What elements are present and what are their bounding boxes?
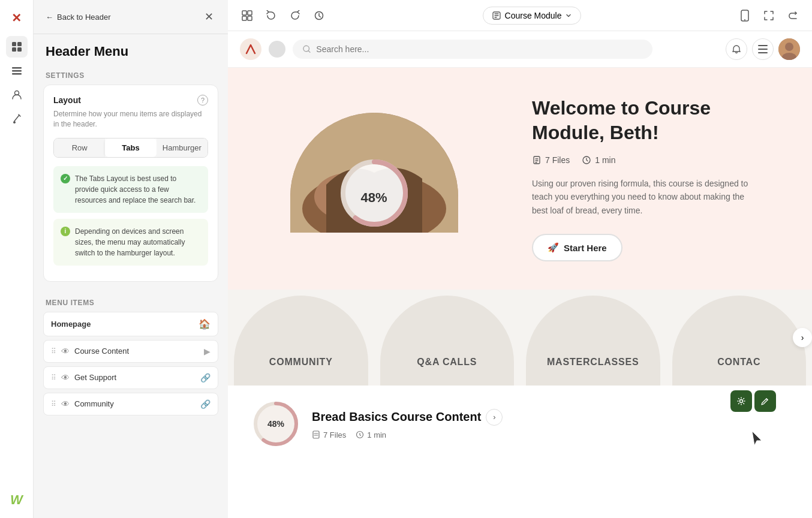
mobile-preview-icon[interactable]	[735, 6, 754, 25]
tile-arch-qa	[380, 296, 515, 386]
menu-item-homepage-label: Homepage	[51, 320, 194, 329]
tip-responsive-box: i Depending on devices and screen sizes,…	[53, 219, 208, 266]
tiles-next-arrow[interactable]: ›	[793, 328, 812, 347]
svg-rect-3	[17, 47, 22, 52]
tile-qa-label: Q&A CALLS	[417, 357, 477, 368]
course-module-badge[interactable]: Course Module	[483, 7, 582, 25]
tile-community[interactable]: COMMUNITY	[228, 296, 374, 386]
brand-icon: ✕	[6, 7, 28, 29]
layout-options-group: Row Tabs Hamburger	[53, 138, 208, 158]
tile-arch-contact	[672, 296, 807, 386]
start-btn-label: Start Here	[564, 243, 607, 253]
hero-meta: 7 Files 1 min	[532, 155, 776, 165]
progress-circle: 48%	[338, 157, 410, 229]
edit-float-button[interactable]	[754, 390, 776, 412]
menu-item-get-support[interactable]: ⠿ 👁 Get Support 🔗	[43, 366, 218, 389]
hero-image-container: 48%	[290, 113, 458, 245]
svg-point-15	[744, 19, 745, 20]
toolbar-left	[237, 6, 329, 25]
back-to-header-link[interactable]: ← Back to Header	[46, 13, 111, 22]
mini-progress-text: 48%	[267, 419, 284, 429]
svg-rect-36	[313, 431, 319, 438]
menu-item-homepage[interactable]: Homepage 🏠	[43, 312, 218, 336]
svg-rect-2	[12, 47, 16, 52]
svg-point-32	[740, 400, 743, 403]
hero-files-count: 7 Files	[545, 155, 570, 165]
hero-left: 48%	[228, 68, 520, 290]
nav-icons-right	[726, 38, 800, 60]
redo-button[interactable]	[285, 6, 305, 25]
settings-float-button[interactable]	[730, 390, 752, 412]
rocket-icon: 🚀	[548, 242, 559, 253]
link-icon-get-support: 🔗	[200, 373, 210, 383]
menu-tiles-section: COMMUNITY Q&A CALLS MASTERCLASSES CONTAC…	[228, 290, 812, 386]
tile-arch-masterclasses	[526, 296, 660, 386]
tip-responsive-text: Depending on devices and screen sizes, t…	[75, 226, 201, 258]
search-input[interactable]	[316, 44, 643, 54]
nav-status-dot[interactable]	[269, 41, 285, 58]
layout-icon[interactable]	[6, 60, 28, 82]
tip-tabs-text: The Tabs Layout is best used to provide …	[75, 173, 201, 206]
course-card: 48% Bread Basics Course Content › 7 File…	[252, 400, 788, 448]
hero-files-meta: 7 Files	[532, 155, 570, 165]
grid-view-icon[interactable]	[237, 6, 257, 25]
w-logo-icon[interactable]: W	[6, 489, 28, 511]
svg-point-21	[785, 43, 793, 51]
undo-button[interactable]	[261, 6, 281, 25]
menu-item-course-content-label: Course Content	[74, 347, 199, 356]
svg-rect-1	[17, 42, 22, 46]
left-panel: ✕ W ← Back to Header ✕	[0, 0, 228, 518]
svg-rect-18	[758, 49, 768, 50]
tile-masterclasses[interactable]: MASTERCLASSES	[520, 296, 666, 386]
svg-rect-19	[758, 52, 768, 53]
svg-rect-10	[242, 16, 246, 20]
notification-bell-icon[interactable]	[726, 38, 747, 60]
tile-community-label: COMMUNITY	[269, 357, 333, 368]
back-arrow-icon: ←	[46, 13, 53, 22]
hero-description: Using our proven rising formula, this co…	[532, 177, 760, 217]
course-files-meta: 7 Files	[312, 430, 346, 439]
menu-item-course-content[interactable]: ⠿ 👁 Course Content ▶	[43, 340, 218, 363]
svg-rect-8	[242, 11, 246, 15]
tile-qa-calls[interactable]: Q&A CALLS	[374, 296, 521, 386]
back-label: Back to Header	[57, 13, 111, 22]
hero-section: 48% Welcome to Course Module, Beth! 7 Fi…	[228, 68, 812, 290]
user-avatar[interactable]	[778, 38, 800, 60]
video-icon-course-content: ▶	[204, 347, 210, 356]
check-icon: ✓	[61, 174, 70, 183]
pages-icon[interactable]	[6, 36, 28, 58]
svg-rect-4	[12, 67, 22, 69]
layout-option-tabs[interactable]: Tabs	[105, 138, 156, 157]
tile-masterclasses-label: MASTERCLASSES	[547, 357, 639, 368]
course-card-arrow-button[interactable]: ›	[486, 409, 503, 426]
history-button[interactable]	[309, 6, 329, 25]
tile-arch-community	[234, 296, 368, 386]
layout-option-hamburger[interactable]: Hamburger	[157, 138, 207, 157]
settings-card: Layout ? Determine how your menu items a…	[43, 85, 218, 282]
share-icon[interactable]	[783, 6, 802, 25]
visibility-icon-course-content[interactable]: 👁	[61, 347, 70, 356]
course-logo	[240, 38, 261, 60]
brush-icon[interactable]	[6, 108, 28, 130]
users-icon[interactable]	[6, 84, 28, 106]
course-card-meta: 7 Files 1 min	[312, 430, 788, 439]
hero-title: Welcome to Course Module, Beth!	[532, 96, 776, 146]
preview-area: 48% Welcome to Course Module, Beth! 7 Fi…	[228, 31, 812, 518]
hero-duration-meta: 1 min	[582, 155, 615, 165]
menu-item-community-label: Community	[74, 399, 196, 408]
close-panel-button[interactable]: ✕	[202, 10, 216, 24]
tip-tabs-box: ✓ The Tabs Layout is best used to provid…	[53, 166, 208, 213]
start-here-button[interactable]: 🚀 Start Here	[532, 234, 622, 261]
expand-icon[interactable]	[759, 6, 778, 25]
tile-contact[interactable]: CONTAC	[666, 296, 813, 386]
layout-option-row[interactable]: Row	[54, 138, 105, 157]
drag-handle-community[interactable]: ⠿	[51, 400, 56, 408]
menu-item-community[interactable]: ⠿ 👁 Community 🔗	[43, 393, 218, 415]
drag-handle-course-content[interactable]: ⠿	[51, 347, 56, 356]
layout-help-icon[interactable]: ?	[197, 95, 208, 106]
visibility-icon-community[interactable]: 👁	[61, 399, 70, 409]
drag-handle-get-support[interactable]: ⠿	[51, 374, 56, 382]
visibility-icon-get-support[interactable]: 👁	[61, 373, 70, 383]
hamburger-menu-icon[interactable]	[752, 38, 774, 60]
floating-actions	[730, 390, 776, 412]
